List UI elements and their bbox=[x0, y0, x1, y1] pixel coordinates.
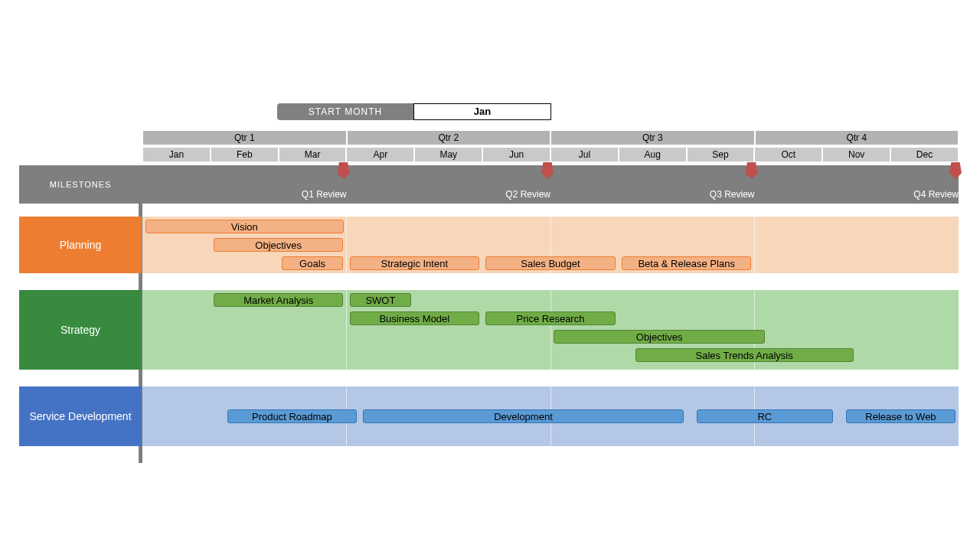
milestone: Q1 Review bbox=[278, 165, 347, 204]
task-bar: Goals bbox=[282, 256, 344, 270]
milestone-pin-icon bbox=[338, 162, 350, 179]
month-cell: May bbox=[414, 147, 482, 162]
quarter-cell: Qtr 1 bbox=[142, 130, 347, 145]
milestone-label: Q1 Review bbox=[302, 189, 347, 200]
month-cell: Oct bbox=[754, 147, 822, 162]
month-cell: Apr bbox=[346, 147, 414, 162]
milestones-label: MILESTONES bbox=[19, 165, 142, 204]
milestone-pin-icon bbox=[949, 162, 962, 179]
milestone-pin-icon bbox=[746, 162, 758, 179]
lane-label: Planning bbox=[19, 217, 142, 273]
task-bar: Strategic Intent bbox=[350, 256, 480, 270]
task-bar: Sales Trends Analysis bbox=[635, 348, 854, 362]
lane-body: Product RoadmapDevelopmentRCRelease to W… bbox=[142, 386, 959, 446]
month-header: JanFebMarAprMayJunJulAugSepOctNovDec bbox=[142, 147, 959, 162]
month-cell: Jan bbox=[142, 147, 211, 162]
month-cell: Aug bbox=[619, 147, 687, 162]
lane-body: VisionObjectivesGoalsStrategic IntentSal… bbox=[142, 217, 959, 273]
month-cell: Dec bbox=[890, 147, 959, 162]
milestone-label: Q4 Review bbox=[913, 189, 959, 200]
start-month-label: START MONTH bbox=[277, 103, 413, 120]
task-bar: Objectives bbox=[554, 330, 765, 344]
milestone-label: Q2 Review bbox=[505, 189, 550, 200]
task-bar: Product Roadmap bbox=[227, 409, 358, 423]
month-cell: Nov bbox=[822, 147, 890, 162]
task-bar: Business Model bbox=[350, 311, 480, 325]
quarter-header: Qtr 1Qtr 2Qtr 3Qtr 4 bbox=[142, 130, 959, 145]
month-cell: Jul bbox=[550, 147, 619, 162]
lane-body: Market AnalysisSWOTBusiness ModelPrice R… bbox=[142, 290, 959, 370]
quarter-cell: Qtr 3 bbox=[550, 130, 755, 145]
start-month-selector: START MONTH Jan bbox=[277, 103, 551, 120]
month-cell: Feb bbox=[211, 147, 279, 162]
task-bar: RC bbox=[697, 409, 834, 423]
milestone-label: Q3 Review bbox=[710, 189, 755, 200]
task-bar: Development bbox=[363, 409, 683, 423]
task-bar: Beta & Release Plans bbox=[622, 256, 752, 270]
lane-label: Service Development bbox=[19, 386, 142, 446]
month-cell: Jun bbox=[482, 147, 550, 162]
task-bar: Sales Budget bbox=[485, 256, 616, 270]
task-bar: Vision bbox=[145, 220, 344, 233]
quarter-cell: Qtr 2 bbox=[347, 130, 551, 145]
quarter-cell: Qtr 4 bbox=[755, 130, 959, 145]
task-bar: Market Analysis bbox=[214, 293, 344, 307]
lane-label: Strategy bbox=[19, 290, 142, 370]
month-cell: Mar bbox=[279, 147, 347, 162]
task-bar: Objectives bbox=[214, 238, 344, 252]
task-bar: Price Research bbox=[485, 311, 616, 325]
milestone: Q4 Review bbox=[890, 165, 959, 204]
milestone: Q2 Review bbox=[482, 165, 550, 204]
task-bar: Release to Web bbox=[846, 409, 956, 423]
milestones-row: MILESTONES Q1 ReviewQ2 ReviewQ3 ReviewQ4… bbox=[19, 165, 959, 204]
month-cell: Sep bbox=[687, 147, 755, 162]
roadmap: START MONTH Jan Qtr 1Qtr 2Qtr 3Qtr 4 Jan… bbox=[0, 0, 980, 551]
task-bar: SWOT bbox=[350, 293, 412, 307]
milestone: Q3 Review bbox=[686, 165, 755, 204]
start-month-value[interactable]: Jan bbox=[413, 103, 551, 120]
milestone-pin-icon bbox=[541, 162, 554, 179]
